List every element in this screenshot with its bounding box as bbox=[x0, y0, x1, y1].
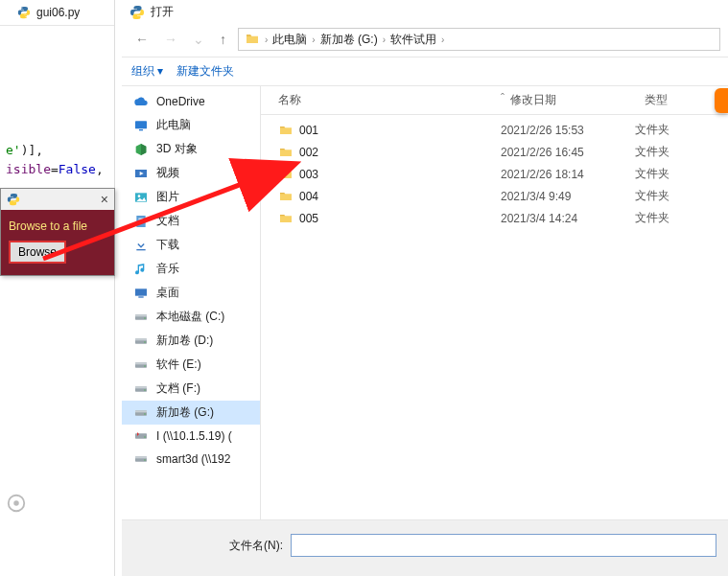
sidebar-item[interactable]: 本地磁盘 (C:) bbox=[122, 305, 260, 329]
file-type: 文件夹 bbox=[635, 122, 728, 138]
svg-rect-11 bbox=[136, 249, 145, 250]
breadcrumb-item[interactable]: 新加卷 (G:) bbox=[320, 32, 378, 48]
sidebar-item-label: 音乐 bbox=[156, 261, 179, 277]
file-date: 2021/2/26 16:45 bbox=[501, 146, 635, 159]
svg-rect-21 bbox=[135, 362, 147, 364]
sidebar-item[interactable]: 视频 bbox=[122, 161, 260, 185]
folder-icon bbox=[278, 189, 294, 204]
editor-tab[interactable]: gui06.py bbox=[0, 0, 114, 26]
nav-back-button[interactable]: ← bbox=[131, 32, 153, 47]
cloud-icon bbox=[133, 94, 149, 109]
sidebar-item-label: 本地磁盘 (C:) bbox=[156, 309, 224, 325]
new-folder-button[interactable]: 新建文件夹 bbox=[176, 63, 234, 80]
column-name[interactable]: 名称 bbox=[261, 92, 501, 108]
svg-rect-27 bbox=[135, 410, 147, 412]
svg-rect-15 bbox=[135, 314, 147, 316]
sidebar-item[interactable]: 桌面 bbox=[122, 281, 260, 305]
video-icon bbox=[133, 166, 149, 181]
column-date[interactable]: 修改日期 bbox=[510, 92, 645, 108]
file-type: 文件夹 bbox=[635, 188, 728, 204]
table-row[interactable]: 0012021/2/26 15:53文件夹 bbox=[261, 119, 728, 141]
sidebar-item-label: 下载 bbox=[156, 237, 179, 253]
sidebar-item-label: 新加卷 (G:) bbox=[156, 404, 214, 421]
nav-forward-button[interactable]: → bbox=[160, 32, 181, 47]
dialog-bottom: 文件名(N): bbox=[122, 519, 728, 576]
sidebar-item[interactable]: smart3d (\\192 bbox=[122, 448, 260, 471]
file-name: 002 bbox=[299, 146, 318, 159]
documents-icon bbox=[133, 214, 149, 229]
chevron-right-icon: › bbox=[263, 35, 270, 45]
table-row[interactable]: 0022021/2/26 16:45文件夹 bbox=[261, 141, 728, 163]
chevron-right-icon: › bbox=[310, 35, 317, 45]
svg-point-36 bbox=[13, 500, 19, 506]
sidebar-item[interactable]: 新加卷 (G:) bbox=[122, 401, 260, 425]
svg-rect-8 bbox=[138, 218, 143, 219]
file-date: 2021/3/4 9:49 bbox=[501, 190, 635, 203]
file-type: 文件夹 bbox=[635, 144, 728, 160]
sidebar-item[interactable]: OneDrive bbox=[122, 90, 260, 113]
file-rows: 0012021/2/26 15:53文件夹0022021/2/26 16:45文… bbox=[261, 115, 728, 229]
python-icon bbox=[17, 6, 31, 19]
file-name: 005 bbox=[299, 212, 318, 225]
nav-up-button[interactable]: ↑ bbox=[216, 32, 230, 47]
sidebar-item-label: 3D 对象 bbox=[156, 141, 198, 157]
svg-rect-2 bbox=[135, 121, 147, 128]
breadcrumb[interactable]: › 此电脑 › 新加卷 (G:) › 软件试用 › bbox=[238, 28, 720, 51]
sidebar-item[interactable]: 下载 bbox=[122, 233, 260, 257]
folder-icon bbox=[278, 211, 294, 226]
sidebar-item[interactable]: 文档 (F:) bbox=[122, 377, 260, 401]
sidebar-item[interactable]: 3D 对象 bbox=[122, 137, 260, 161]
svg-rect-29 bbox=[135, 433, 147, 438]
sidebar-item[interactable]: 此电脑 bbox=[122, 113, 260, 137]
sidebar-item[interactable]: 音乐 bbox=[122, 257, 260, 281]
python-icon bbox=[129, 5, 145, 20]
pc-icon bbox=[133, 118, 149, 133]
desktop-icon bbox=[133, 286, 149, 301]
disk-icon bbox=[133, 405, 149, 421]
breadcrumb-item[interactable]: 软件试用 bbox=[390, 32, 436, 48]
svg-rect-12 bbox=[135, 288, 147, 295]
mini-window-prompt: Browse to a file bbox=[9, 219, 106, 233]
sidebar-item[interactable]: I (\\10.1.5.19) ( bbox=[122, 425, 260, 448]
svg-rect-18 bbox=[135, 338, 147, 340]
sidebar-item-label: OneDrive bbox=[156, 95, 205, 108]
svg-rect-9 bbox=[138, 219, 143, 220]
sidebar-item-label: 文档 (F:) bbox=[156, 380, 200, 397]
folder-icon bbox=[278, 123, 294, 138]
editor-tab-label: gui06.py bbox=[36, 6, 80, 19]
table-row[interactable]: 0052021/3/4 14:24文件夹 bbox=[261, 207, 728, 229]
close-icon[interactable]: × bbox=[101, 192, 108, 207]
nav-recent-icon[interactable]: ⌄ bbox=[189, 32, 208, 47]
disk-icon bbox=[133, 334, 149, 349]
table-row[interactable]: 0042021/3/4 9:49文件夹 bbox=[261, 185, 728, 207]
file-date: 2021/3/4 14:24 bbox=[501, 212, 635, 225]
sidebar-item[interactable]: 图片 bbox=[122, 185, 260, 209]
breadcrumb-item[interactable]: 此电脑 bbox=[272, 32, 307, 48]
browse-button[interactable]: Browse bbox=[9, 241, 66, 264]
svg-rect-7 bbox=[136, 216, 145, 227]
file-list-pane: 名称 ˆ 修改日期 类型 0012021/2/26 15:53文件夹002202… bbox=[261, 86, 728, 519]
dialog-titlebar[interactable]: 打开 bbox=[122, 0, 728, 24]
decorative-icon bbox=[6, 493, 27, 514]
svg-point-25 bbox=[144, 389, 145, 390]
svg-point-19 bbox=[144, 341, 145, 342]
svg-rect-10 bbox=[138, 221, 143, 222]
mini-window-titlebar[interactable]: × bbox=[1, 189, 114, 210]
sidebar-item-label: 视频 bbox=[156, 165, 179, 181]
table-row[interactable]: 0032021/2/26 18:14文件夹 bbox=[261, 163, 728, 185]
sidebar-item-label: 图片 bbox=[156, 189, 179, 205]
right-edge-widget[interactable] bbox=[715, 88, 728, 113]
sidebar-item[interactable]: 新加卷 (D:) bbox=[122, 329, 260, 353]
folder-icon bbox=[245, 32, 260, 47]
filename-input[interactable] bbox=[291, 534, 716, 557]
folder-icon bbox=[278, 167, 294, 182]
sidebar-item[interactable]: 文档 bbox=[122, 209, 260, 233]
chevron-right-icon: › bbox=[381, 35, 387, 45]
dialog-toolbar: 组织 ▾ 新建文件夹 bbox=[122, 57, 728, 86]
svg-rect-13 bbox=[138, 296, 143, 297]
file-list-header[interactable]: 名称 ˆ 修改日期 类型 bbox=[261, 86, 728, 115]
sidebar-item-label: 软件 (E:) bbox=[156, 357, 201, 373]
sidebar-item[interactable]: 软件 (E:) bbox=[122, 353, 260, 377]
disk-icon bbox=[133, 310, 149, 325]
organize-menu[interactable]: 组织 ▾ bbox=[131, 63, 163, 80]
